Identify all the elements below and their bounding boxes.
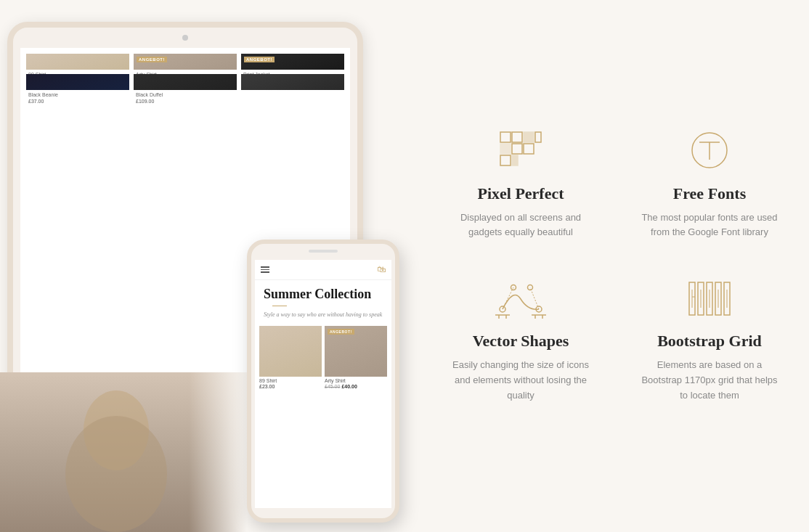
phone-camera xyxy=(309,250,338,253)
product-price: £109.00 xyxy=(134,98,237,106)
badge: ANGEBOT! xyxy=(328,329,354,335)
free-fonts-svg xyxy=(688,131,731,171)
portrait-svg xyxy=(0,372,247,532)
product-image: ANGEBOT! xyxy=(134,54,237,70)
svg-rect-3 xyxy=(512,132,522,142)
badge: ANGEBOT! xyxy=(137,57,167,62)
product-image: ANGEBOT! xyxy=(241,54,344,70)
left-section: 89 Shirt £23.50 ANGEBOT! Arty Shirt £45.… xyxy=(0,0,421,532)
feature-title: Bootstrap Grid xyxy=(657,332,762,351)
tablet-camera xyxy=(182,35,188,41)
list-item: ANGEBOT! Arty Shirt £45.00 £40.00 xyxy=(134,54,237,70)
svg-rect-2 xyxy=(500,132,511,142)
grid-lines-icon xyxy=(684,277,735,320)
features-grid: Pixel Perfect Displayed on all screens a… xyxy=(448,129,782,404)
list-item: Black Beanie £37.00 xyxy=(26,74,129,90)
feature-desc: Easily changing the size of icons and el… xyxy=(448,358,593,403)
svg-line-18 xyxy=(503,287,513,309)
product-price: £37.00 xyxy=(26,98,129,106)
list-item: ANGEBOT! Arty Shirt £45.00 £40.00 xyxy=(325,326,387,389)
feature-desc: Elements are based on a Bootstrap 1170px… xyxy=(637,358,782,403)
svg-rect-10 xyxy=(512,155,518,165)
hero-divider xyxy=(272,306,287,306)
product-image xyxy=(26,74,129,90)
product-price: £45.00 £40.00 xyxy=(325,384,387,389)
product-price: £23.00 xyxy=(259,384,322,389)
svg-rect-9 xyxy=(500,155,511,165)
list-item xyxy=(241,74,344,90)
phone-screen: 🛍 Summer Collection Style a way to say w… xyxy=(255,260,391,508)
svg-line-19 xyxy=(530,287,539,309)
badge: ANGEBOT! xyxy=(244,57,275,62)
feature-desc: Displayed on all screens and gadgets equ… xyxy=(448,210,593,241)
bag-icon: 🛍 xyxy=(377,264,386,275)
list-item: ANGEBOT! Print Jacket £136.00 xyxy=(241,54,344,70)
hero-subtitle: Style a way to say who are without havin… xyxy=(264,311,383,319)
feature-desc: The most popular fonts are used from the… xyxy=(637,210,782,241)
list-item: 89 Shirt £23.00 xyxy=(259,326,322,389)
product-image xyxy=(134,74,237,90)
phone-header: 🛍 xyxy=(255,260,391,280)
product-image xyxy=(259,326,322,377)
svg-rect-5 xyxy=(535,132,541,142)
list-item: Black Duffel £109.00 xyxy=(134,74,237,90)
vector-shapes-svg xyxy=(495,279,546,319)
list-item: 89 Shirt £23.50 xyxy=(26,54,129,70)
phone-product-grid: 89 Shirt £23.00 ANGEBOT! Arty Shirt £45.… xyxy=(255,323,391,392)
product-name: Black Duffel xyxy=(134,90,237,98)
hamburger-icon xyxy=(261,266,269,273)
tablet-product-grid: 89 Shirt £23.50 ANGEBOT! Arty Shirt £45.… xyxy=(20,48,350,96)
feature-title: Vector Shapes xyxy=(473,332,569,351)
product-name: 89 Shirt xyxy=(259,377,322,384)
portrait-image xyxy=(0,372,247,532)
svg-rect-4 xyxy=(524,132,534,142)
phone-hero: Summer Collection Style a way to say who… xyxy=(255,280,391,323)
bootstrap-grid-svg xyxy=(688,279,731,319)
svg-point-17 xyxy=(528,285,533,290)
svg-rect-8 xyxy=(524,144,534,154)
product-image: ANGEBOT! xyxy=(325,326,387,377)
grid-icon xyxy=(495,129,546,173)
hero-title: Summer Collection xyxy=(264,287,383,302)
feature-bootstrap-grid: Bootstrap Grid Elements are based on a B… xyxy=(637,277,782,403)
svg-rect-6 xyxy=(500,144,511,154)
feature-pixel-perfect: Pixel Perfect Displayed on all screens a… xyxy=(448,129,593,241)
product-price xyxy=(241,93,344,96)
phone-mockup: 🛍 Summer Collection Style a way to say w… xyxy=(247,240,399,523)
product-name: Black Beanie xyxy=(26,90,129,98)
feature-vector-shapes: Vector Shapes Easily changing the size o… xyxy=(448,277,593,403)
svg-rect-7 xyxy=(512,144,522,154)
font-icon xyxy=(684,129,735,173)
svg-point-1 xyxy=(65,416,167,532)
vector-icon xyxy=(495,277,546,320)
right-section: Pixel Perfect Displayed on all screens a… xyxy=(421,0,809,532)
feature-title: Pixel Perfect xyxy=(477,184,564,203)
product-image xyxy=(26,54,129,70)
feature-title: Free Fonts xyxy=(673,184,746,203)
product-name: Arty Shirt xyxy=(325,377,387,384)
product-image xyxy=(241,74,344,90)
feature-free-fonts: Free Fonts The most popular fonts are us… xyxy=(637,129,782,241)
pixel-perfect-svg xyxy=(499,131,542,171)
